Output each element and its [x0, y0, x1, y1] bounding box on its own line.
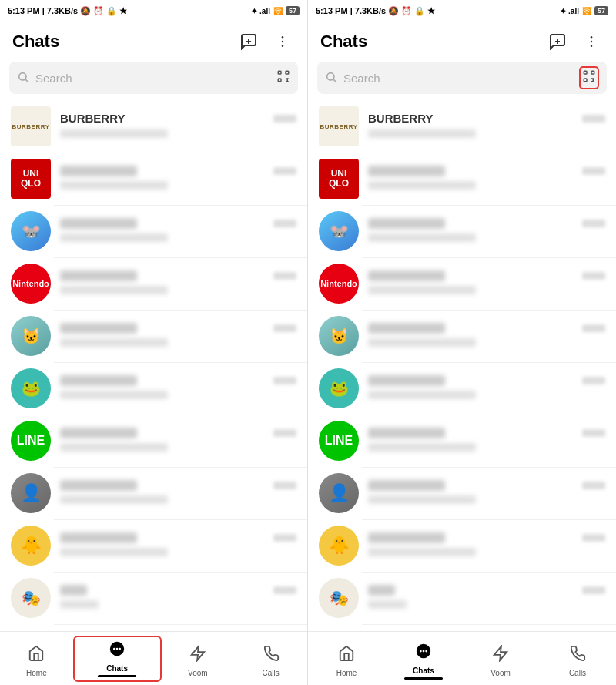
svg-rect-26	[591, 71, 594, 74]
bottom-nav-right: Home Chats Voom	[308, 631, 616, 685]
chat-time-burberry-left	[273, 115, 296, 123]
svg-point-5	[19, 72, 26, 79]
chat-item-sticker-right[interactable]: 🎭	[308, 572, 616, 624]
avatar-line-right: LINE	[319, 421, 359, 461]
svg-rect-8	[286, 71, 289, 74]
chat-name-uniqlo-right	[368, 166, 445, 176]
chat-item-person-right[interactable]: 👤	[308, 467, 616, 519]
chat-time-totoro-left	[273, 324, 296, 332]
chat-item-burberry-left[interactable]: BURBERRY BURBERRY	[0, 100, 307, 153]
chat-item-frog-right[interactable]: 🐸	[308, 362, 616, 415]
svg-point-14	[113, 647, 116, 650]
chat-item-uniqlo-left[interactable]: UNI QLO	[0, 153, 307, 205]
svg-point-4	[282, 45, 284, 48]
chat-list-left: BURBERRY BURBERRY UNI QLO	[0, 100, 307, 631]
chat-content-line-left	[60, 428, 296, 455]
chat-content-sticker-left	[60, 585, 296, 612]
nav-home-right[interactable]: Home	[308, 640, 385, 677]
chat-msg-burberry-right	[368, 129, 476, 138]
top-bar-left: Chats	[0, 22, 307, 62]
menu-icon-left[interactable]	[270, 29, 295, 54]
chat-name-tsum-left	[60, 218, 137, 229]
page-title-right: Chats	[320, 32, 367, 52]
chats-icon-right	[415, 643, 432, 664]
nav-home-left[interactable]: Home	[0, 640, 73, 677]
chat-item-line-left[interactable]: LINE	[0, 415, 307, 467]
page-title-left: Chats	[12, 32, 59, 52]
new-chat-icon-right[interactable]	[545, 29, 570, 54]
chat-msg-sticker-right	[368, 600, 407, 609]
chat-item-line-right[interactable]: LINE	[308, 415, 616, 467]
chat-item-uniqlo-right[interactable]: UNI QLO	[308, 153, 616, 205]
chat-item-nintendo-right[interactable]: Nintendo	[308, 257, 616, 310]
chat-content-bear-right	[368, 532, 605, 559]
chat-item-bear-right[interactable]: 🐥	[308, 519, 616, 572]
svg-point-2	[282, 36, 284, 39]
chat-item-totoro-right[interactable]: 🐱	[308, 310, 616, 362]
active-indicator-right	[404, 677, 443, 680]
status-time-left: 5:13 PM | 7.3KB/s 🔕 ⏰ 🔒 ★	[8, 6, 127, 16]
chat-name-person-right	[368, 480, 445, 491]
chat-msg-person-left	[60, 495, 168, 504]
chat-msg-totoro-right	[368, 338, 476, 347]
chat-time-uniqlo-left	[273, 167, 296, 175]
chat-time-tsum-left	[273, 220, 296, 227]
nav-chats-right[interactable]: Chats	[385, 638, 462, 680]
nav-chats-label-right: Chats	[413, 667, 434, 675]
svg-point-20	[591, 36, 593, 39]
chat-content-person-right	[368, 480, 605, 507]
chat-time-uniqlo-right	[582, 167, 605, 175]
chat-content-nintendo-right	[368, 270, 605, 297]
chat-item-tsum-right[interactable]: 🐭	[308, 205, 616, 257]
voom-icon-left	[189, 645, 206, 667]
chat-name-burberry-right: BURBERRY	[368, 112, 433, 125]
chat-content-frog-right	[368, 375, 605, 402]
chat-item-person-left[interactable]: 👤	[0, 467, 307, 519]
avatar-nintendo-right: Nintendo	[319, 264, 359, 304]
status-bar-right: 5:13 PM | 7.3KB/s 🔕 ⏰ 🔒 ★ ✦ .all 🛜 57	[308, 0, 616, 22]
nav-voom-right[interactable]: Voom	[462, 640, 539, 677]
nav-chats-left[interactable]: Chats	[73, 636, 162, 682]
chat-item-burberry-right[interactable]: BURBERRY BURBERRY	[308, 100, 616, 153]
search-icon-left	[17, 71, 29, 86]
avatar-burberry-right: BURBERRY	[319, 106, 359, 146]
avatar-nintendo-left: Nintendo	[11, 264, 51, 304]
chat-item-tsum-left[interactable]: 🐭	[0, 205, 307, 257]
chat-item-frog-left[interactable]: 🐸	[0, 362, 307, 415]
chat-list-right: BURBERRY BURBERRY UNI QLO	[308, 100, 616, 631]
nav-calls-label-right: Calls	[569, 669, 586, 677]
chat-name-sticker-right	[368, 585, 395, 596]
scan-icon-left[interactable]	[276, 69, 290, 86]
nav-calls-right[interactable]: Calls	[539, 640, 616, 677]
search-bar-left[interactable]: Search	[9, 62, 298, 94]
avatar-person-right: 👤	[319, 473, 359, 513]
new-chat-icon-left[interactable]	[236, 29, 261, 54]
chat-name-nintendo-left	[60, 270, 137, 281]
chat-name-totoro-right	[368, 323, 445, 334]
menu-icon-right[interactable]	[579, 29, 604, 54]
chat-item-nintendo-left[interactable]: Nintendo	[0, 257, 307, 310]
chat-msg-tsum-left	[60, 233, 168, 242]
nav-voom-label-left: Voom	[188, 669, 208, 677]
chat-item-totoro-left[interactable]: 🐱	[0, 310, 307, 362]
avatar-uniqlo-right: UNI QLO	[319, 159, 359, 199]
search-bar-right[interactable]: Search	[317, 62, 607, 94]
chat-time-totoro-right	[582, 324, 605, 332]
nav-voom-left[interactable]: Voom	[162, 640, 235, 677]
chat-content-bear-left	[60, 532, 296, 559]
status-bar-left: 5:13 PM | 7.3KB/s 🔕 ⏰ 🔒 ★ ✦ .all 🛜 57	[0, 0, 307, 22]
chat-time-sticker-left	[273, 586, 296, 594]
avatar-bear-right: 🐥	[319, 526, 359, 566]
avatar-totoro-left: 🐱	[11, 316, 51, 356]
chat-time-sticker-right	[582, 586, 605, 594]
chat-item-sticker-left[interactable]: 🎭	[0, 572, 307, 624]
svg-rect-25	[584, 71, 587, 74]
nav-calls-left[interactable]: Calls	[234, 640, 307, 677]
search-placeholder-right: Search	[343, 72, 380, 85]
right-panel: 5:13 PM | 7.3KB/s 🔕 ⏰ 🔒 ★ ✦ .all 🛜 57 Ch…	[308, 0, 616, 685]
svg-point-34	[425, 650, 427, 652]
chat-item-bear-left[interactable]: 🐥	[0, 519, 307, 572]
scan-icon-right-highlighted[interactable]	[579, 66, 599, 89]
svg-rect-9	[278, 79, 281, 82]
svg-point-16	[119, 647, 121, 650]
